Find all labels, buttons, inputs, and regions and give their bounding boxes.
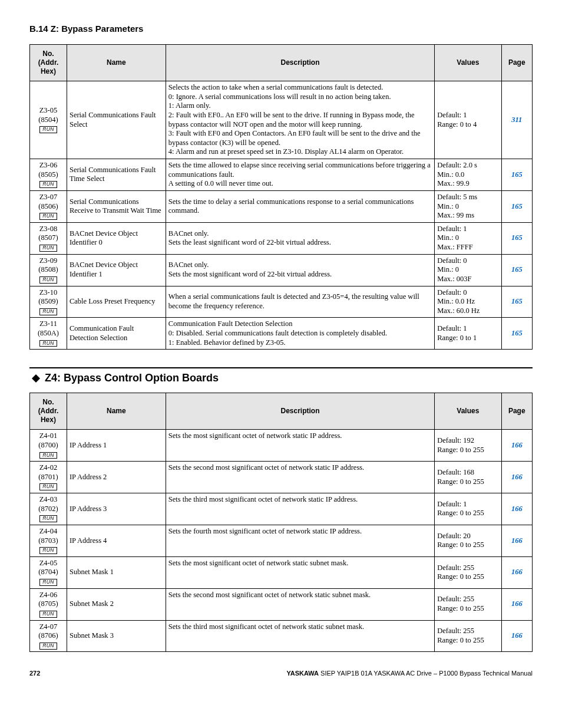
cell-values: Default: 255 Range: 0 to 255 — [435, 556, 501, 588]
cell-description: BACnet only. Sets the most significant w… — [166, 254, 434, 286]
diamond-icon — [32, 370, 40, 378]
header-no: No. (Addr. Hex) — [30, 393, 67, 430]
cell-no: Z4-05(8704)RUN — [30, 556, 67, 588]
run-badge: RUN — [39, 308, 57, 315]
run-badge: RUN — [39, 483, 57, 490]
table-header-row: No. (Addr. Hex) Name Description Values … — [30, 45, 533, 81]
run-badge: RUN — [39, 245, 57, 252]
header-page: Page — [501, 45, 533, 81]
table-row: Z4-06(8705)RUNSubnet Mask 2Sets the seco… — [30, 588, 533, 620]
manual-title: YASKAWA SIEP YAIP1B 01A YASKAWA AC Drive… — [286, 670, 533, 677]
cell-description: Sets the third most significant octet of… — [166, 493, 434, 525]
run-badge: RUN — [39, 643, 57, 650]
table-row: Z3-09(8508)RUNBACnet Device Object Ident… — [30, 254, 533, 286]
cell-no: Z3-11(850A)RUN — [30, 318, 67, 350]
cell-no: Z3-08(8507)RUN — [30, 222, 67, 254]
cell-values: Default: 0 Min.: 0 Max.: 003F — [435, 254, 501, 286]
cell-name: Subnet Mask 2 — [67, 588, 166, 620]
cell-description: Selects the action to take when a serial… — [166, 81, 434, 159]
cell-page-link[interactable]: 166 — [501, 462, 533, 493]
run-badge: RUN — [39, 181, 57, 188]
table-header-row: No. (Addr. Hex) Name Description Values … — [30, 393, 533, 430]
cell-name: Subnet Mask 1 — [67, 556, 166, 588]
table-row: Z4-01(8700)RUNIP Address 1Sets the most … — [30, 430, 533, 462]
run-badge: RUN — [39, 452, 57, 459]
page-number: 272 — [29, 670, 40, 677]
header-values: Values — [435, 45, 501, 81]
cell-page-link[interactable]: 166 — [501, 430, 533, 462]
cell-no: Z3-09(8508)RUN — [30, 254, 67, 286]
cell-description: Sets the time allowed to elapse since re… — [166, 159, 434, 191]
run-badge: RUN — [39, 611, 57, 618]
cell-name: Subnet Mask 3 — [67, 620, 166, 652]
cell-name: Serial Communications Receive to Transmi… — [67, 190, 166, 222]
cell-values: Default: 1 Range: 0 to 255 — [435, 493, 501, 525]
cell-description: Communication Fault Detection Selection … — [166, 318, 434, 350]
cell-description: Sets the most significant octet of netwo… — [166, 430, 434, 462]
run-badge: RUN — [39, 213, 57, 220]
cell-page-link[interactable]: 165 — [501, 318, 533, 350]
header-name: Name — [67, 393, 166, 430]
table-row: Z4-07(8706)RUNSubnet Mask 3Sets the thir… — [30, 620, 533, 652]
cell-description: When a serial communications fault is de… — [166, 286, 434, 318]
cell-no: Z4-01(8700)RUN — [30, 430, 67, 462]
run-badge: RUN — [39, 126, 57, 133]
cell-name: Serial Communications Fault Time Select — [67, 159, 166, 191]
cell-name: IP Address 2 — [67, 462, 166, 493]
cell-values: Default: 255 Range: 0 to 255 — [435, 588, 501, 620]
cell-description: Sets the third most significant octet of… — [166, 620, 434, 652]
cell-values: Default: 20 Range: 0 to 255 — [435, 525, 501, 556]
cell-description: Sets the second most significant octet o… — [166, 462, 434, 493]
cell-name: IP Address 3 — [67, 493, 166, 525]
cell-no: Z4-07(8706)RUN — [30, 620, 67, 652]
run-badge: RUN — [39, 515, 57, 522]
cell-values: Default: 192 Range: 0 to 255 — [435, 430, 501, 462]
cell-page-link[interactable]: 165 — [501, 190, 533, 222]
cell-name: BACnet Device Object Identifier 1 — [67, 254, 166, 286]
cell-name: IP Address 1 — [67, 430, 166, 462]
header-page: Page — [501, 393, 533, 430]
table-row: Z4-02(8701)RUNIP Address 2Sets the secon… — [30, 462, 533, 493]
cell-values: Default: 1 Min.: 0 Max.: FFFF — [435, 222, 501, 254]
header-values: Values — [435, 393, 501, 430]
table-row: Z3-07(8506)RUNSerial Communications Rece… — [30, 190, 533, 222]
cell-values: Default: 5 ms Min.: 0 Max.: 99 ms — [435, 190, 501, 222]
cell-name: Communication Fault Detection Selection — [67, 318, 166, 350]
cell-page-link[interactable]: 166 — [501, 556, 533, 588]
table-row: Z3-11(850A)RUNCommunication Fault Detect… — [30, 318, 533, 350]
cell-page-link[interactable]: 166 — [501, 493, 533, 525]
cell-page-link[interactable]: 166 — [501, 588, 533, 620]
cell-values: Default: 255 Range: 0 to 255 — [435, 620, 501, 652]
cell-page-link[interactable]: 166 — [501, 525, 533, 556]
cell-page-link[interactable]: 165 — [501, 286, 533, 318]
cell-no: Z4-06(8705)RUN — [30, 588, 67, 620]
cell-name: IP Address 4 — [67, 525, 166, 556]
parameters-table-z4: No. (Addr. Hex) Name Description Values … — [29, 393, 533, 652]
subsection-title: Z4: Bypass Control Option Boards — [45, 372, 219, 384]
table-row: Z3-06(8505)RUNSerial Communications Faul… — [30, 159, 533, 191]
parameters-table-z3: No. (Addr. Hex) Name Description Values … — [29, 44, 533, 350]
cell-page-link[interactable]: 165 — [501, 254, 533, 286]
cell-page-link[interactable]: 166 — [501, 620, 533, 652]
cell-description: Sets the fourth most significant octet o… — [166, 525, 434, 556]
header-desc: Description — [166, 45, 434, 81]
cell-no: Z3-07(8506)RUN — [30, 190, 67, 222]
run-badge: RUN — [39, 579, 57, 586]
cell-page-link[interactable]: 165 — [501, 222, 533, 254]
cell-values: Default: 1 Range: 0 to 4 — [435, 81, 501, 159]
run-badge: RUN — [39, 547, 57, 554]
table-row: Z4-04(8703)RUNIP Address 4Sets the fourt… — [30, 525, 533, 556]
cell-name: Serial Communications Fault Select — [67, 81, 166, 159]
table-row: Z3-10(8509)RUNCable Loss Preset Frequenc… — [30, 286, 533, 318]
header-no: No. (Addr. Hex) — [30, 45, 67, 81]
cell-values: Default: 168 Range: 0 to 255 — [435, 462, 501, 493]
cell-no: Z3-06(8505)RUN — [30, 159, 67, 191]
cell-no: Z4-02(8701)RUN — [30, 462, 67, 493]
section-title: B.14 Z: Bypass Parameters — [29, 24, 533, 34]
cell-no: Z3-05(8504)RUN — [30, 81, 67, 159]
run-badge: RUN — [39, 276, 57, 284]
cell-page-link[interactable]: 311 — [501, 81, 533, 159]
cell-no: Z3-10(8509)RUN — [30, 286, 67, 318]
page-footer: 272 YASKAWA SIEP YAIP1B 01A YASKAWA AC D… — [29, 670, 533, 677]
cell-page-link[interactable]: 165 — [501, 159, 533, 191]
